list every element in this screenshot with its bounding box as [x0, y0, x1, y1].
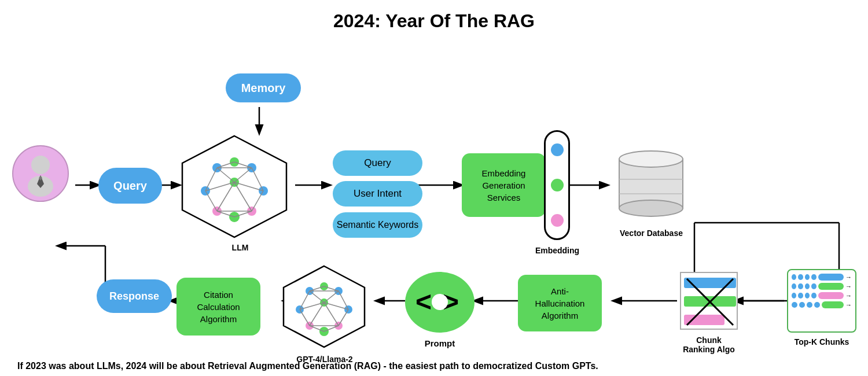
vector-db-label: Vector Database	[612, 228, 690, 238]
topk-row-3: →	[792, 292, 852, 299]
query-blue-pill: Query	[98, 168, 162, 204]
chunk-rank-box	[680, 272, 738, 330]
user-avatar	[12, 145, 69, 208]
embed-dot-blue	[551, 143, 564, 156]
topk-row-2: →	[792, 283, 852, 290]
embedding-gen-rect: EmbeddingGenerationServices	[462, 153, 546, 217]
llm-label: LLM	[217, 243, 263, 252]
topk-chunks-box: → → → →	[787, 269, 856, 333]
user-intent-pill: User Intent	[333, 181, 422, 207]
query-pill: Query	[333, 150, 422, 176]
topk-label: Top-K Chunks	[784, 337, 859, 346]
anti-hall-rect: Anti-HallucinationAlgorithm	[518, 275, 602, 331]
svg-point-55	[619, 151, 683, 167]
bottom-text: If 2023 was about LLMs, 2024 will be abo…	[17, 361, 851, 371]
topk-row-4: →	[792, 301, 852, 308]
response-pill: Response	[97, 279, 172, 313]
embed-dot-pink	[551, 214, 564, 227]
embedding-label: Embedding	[534, 246, 581, 255]
svg-point-52	[619, 200, 683, 216]
svg-point-21	[31, 156, 50, 174]
citation-rect: CitationCalculationAlgorithm	[176, 278, 260, 336]
prompt-circle: < >	[405, 272, 475, 333]
embed-dot-green	[551, 179, 564, 191]
gpt-hexagon	[278, 263, 370, 352]
chunk-rank-label: ChunkRanking Algo	[674, 336, 744, 354]
svg-text:<: <	[415, 286, 432, 317]
prompt-label: Prompt	[408, 338, 472, 348]
vector-db	[613, 139, 689, 222]
topk-row-1: →	[792, 274, 852, 281]
memory-pill: Memory	[226, 73, 301, 102]
svg-rect-58	[684, 315, 724, 325]
embedding-column	[544, 130, 570, 240]
llm-hexagon	[176, 133, 292, 242]
svg-point-64	[432, 294, 448, 310]
semantic-keywords-pill: Semantic Keywords	[333, 212, 422, 238]
main-title: 2024: Year Of The RAG	[0, 0, 868, 32]
